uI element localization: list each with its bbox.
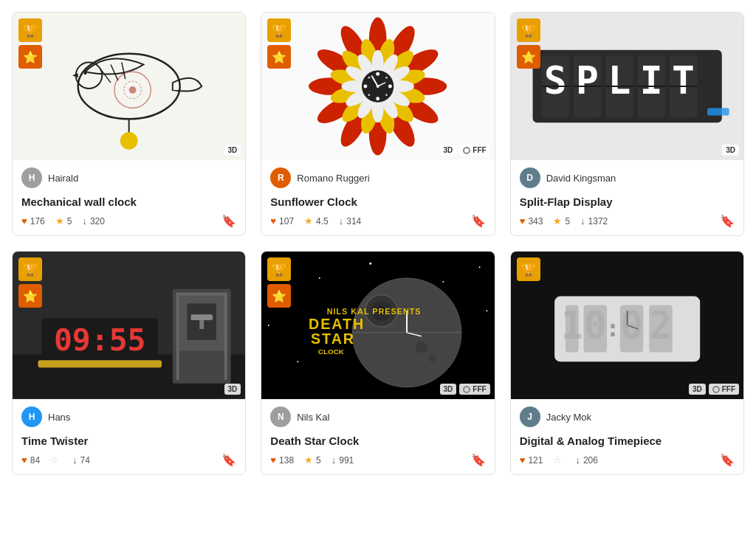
svg-point-52 <box>368 77 371 79</box>
card-death-star-clock: NILS KAL PRESENTS DEATH STAR CLOCK 🏆 ⭐ 3… <box>261 251 495 475</box>
card-split-flap-display: S P L I T 🏆 ⭐ 3D D <box>510 12 744 236</box>
card-title: Mechanical wall clock <box>21 196 236 208</box>
likes-stat[interactable]: ♥ 107 <box>270 215 294 226</box>
likes-stat[interactable]: ♥ 176 <box>21 215 45 226</box>
star-badge: ⭐ <box>517 45 540 69</box>
heart-icon: ♥ <box>21 454 27 466</box>
svg-point-55 <box>377 85 379 88</box>
svg-point-46 <box>388 85 392 89</box>
avatar: N <box>270 406 291 427</box>
card-stats: ♥ 138 ★ 5 ↓ 991 🔖 <box>270 453 485 467</box>
avatar-letter: H <box>29 173 35 183</box>
badge-row: 🏆 ⭐ <box>18 18 42 69</box>
downloads-count: 206 <box>583 455 598 466</box>
svg-point-47 <box>377 97 380 100</box>
svg-text:P: P <box>576 58 599 103</box>
avatar: J <box>520 406 540 427</box>
card-grid: 🏆 ⭐ 3D H Hairald Mechanical wall clock ♥… <box>12 12 744 475</box>
card-header: H Hairald <box>13 160 245 193</box>
likes-stat[interactable]: ♥ 84 <box>21 454 40 466</box>
card-title: Death Star Clock <box>270 435 485 447</box>
tag-3d: 3D <box>224 145 241 156</box>
trophy-badge: 🏆 <box>18 257 42 281</box>
heart-icon: ♥ <box>270 454 276 466</box>
stars-stat: ★ 5 <box>553 215 570 226</box>
card-title: Split-Flap Display <box>520 196 735 208</box>
svg-rect-72 <box>707 108 729 116</box>
star-badge: ⭐ <box>267 284 291 308</box>
downloads-stat: ↓ 1372 <box>580 215 608 226</box>
badge-row: 🏆 ⭐ <box>267 257 291 308</box>
svg-point-45 <box>377 72 380 76</box>
stars-stat: ★ 5 <box>304 454 321 466</box>
tag-row: 3D <box>722 145 739 156</box>
trophy-badge: 🏆 <box>517 18 540 42</box>
downloads-count: 320 <box>90 216 105 226</box>
svg-point-49 <box>385 77 388 79</box>
badge-row: 🏆 ⭐ <box>517 18 540 69</box>
card-image-mechanical-wall-clock: 🏆 ⭐ 3D <box>13 13 245 160</box>
card-stats: ♥ 176 ★ 5 ↓ 320 🔖 <box>21 214 236 228</box>
avatar: H <box>21 167 42 188</box>
star-icon: ★ <box>304 215 313 226</box>
tag-row: 3DFFF <box>440 145 490 156</box>
tag-3d: 3D <box>689 384 706 395</box>
svg-text:0: 0 <box>584 303 607 347</box>
avatar-letter: J <box>527 412 532 422</box>
star-icon: ☆ <box>50 454 59 466</box>
tag-3d: 3D <box>722 145 739 156</box>
card-time-twister: 09:55 🏆 ⭐ 3D H Hans Time <box>12 251 246 475</box>
avatar: R <box>270 167 291 188</box>
tag-row: 3D <box>224 384 241 395</box>
bookmark-button[interactable]: 🔖 <box>720 453 735 467</box>
username: Nils Kal <box>297 412 329 423</box>
star-badge: ⭐ <box>267 45 291 69</box>
svg-point-100 <box>429 354 436 361</box>
downloads-stat: ↓ 991 <box>331 454 354 466</box>
svg-point-90 <box>487 310 488 311</box>
heart-icon: ♥ <box>520 454 526 466</box>
bookmark-button[interactable]: 🔖 <box>221 453 236 467</box>
card-body: Sunflower Clock ♥ 107 ★ 4.5 ↓ 314 🔖 <box>261 193 494 235</box>
bookmark-button[interactable]: 🔖 <box>471 214 486 228</box>
star-icon: ★ <box>553 215 562 226</box>
svg-rect-83 <box>190 314 213 320</box>
card-stats: ♥ 84 ☆ ↓ 74 🔖 <box>21 453 236 467</box>
badge-row: 🏆 ⭐ <box>18 257 42 308</box>
card-title: Sunflower Clock <box>270 196 485 208</box>
svg-text:CLOCK: CLOCK <box>318 347 345 356</box>
downloads-stat: ↓ 320 <box>82 215 105 226</box>
svg-text::: : <box>605 315 619 342</box>
username: David Kingsman <box>546 173 616 184</box>
card-title: Time Twister <box>21 435 236 447</box>
likes-stat[interactable]: ♥ 343 <box>520 215 543 226</box>
card-stats: ♥ 343 ★ 5 ↓ 1372 🔖 <box>520 214 735 228</box>
download-icon: ↓ <box>575 454 580 466</box>
likes-count: 176 <box>30 216 45 226</box>
star-icon: ★ <box>304 454 313 466</box>
card-title: Digital & Analog Timepiece <box>520 435 735 447</box>
stars-stat: ☆ <box>50 454 62 466</box>
card-sunflower-clock: 🏆 ⭐ 3DFFF R Romano Ruggeri Sunflower Clo… <box>261 12 495 236</box>
card-header: R Romano Ruggeri <box>261 160 494 193</box>
likes-stat[interactable]: ♥ 121 <box>520 454 543 466</box>
svg-point-87 <box>370 263 372 265</box>
bookmark-button[interactable]: 🔖 <box>221 214 236 228</box>
likes-stat[interactable]: ♥ 138 <box>270 454 294 466</box>
bookmark-button[interactable]: 🔖 <box>720 214 735 228</box>
svg-text:2: 2 <box>649 303 672 347</box>
stars-count: 4.5 <box>316 216 329 226</box>
star-icon: ★ <box>55 215 64 226</box>
likes-count: 121 <box>528 455 543 466</box>
svg-rect-82 <box>176 293 227 296</box>
stars-stat: ★ 4.5 <box>304 215 329 226</box>
svg-text:09:55: 09:55 <box>54 322 146 358</box>
tag-row: 3D <box>224 145 241 156</box>
svg-text:I: I <box>639 58 662 103</box>
likes-count: 107 <box>279 216 294 226</box>
bookmark-button[interactable]: 🔖 <box>471 453 486 467</box>
stars-stat: ☆ <box>553 454 565 466</box>
svg-point-7 <box>120 132 138 150</box>
card-header: N Nils Kal <box>261 399 494 432</box>
tag-row: 3DFFF <box>440 384 490 395</box>
